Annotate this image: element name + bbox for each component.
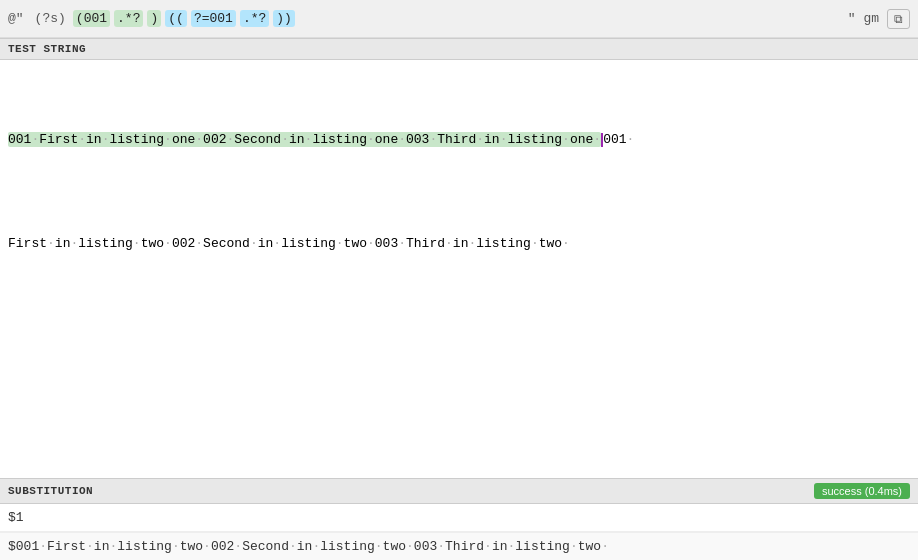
cursor-marker — [601, 133, 603, 147]
substitution-header: SUBSTITUTION success (0.4ms) — [0, 478, 918, 504]
substitution-label: SUBSTITUTION — [8, 485, 93, 497]
test-string-line-1: 001·First·in·listing·one·002·Second·in·l… — [8, 130, 910, 151]
toolbar-right: " gm ⧉ — [848, 9, 910, 29]
copy-button[interactable]: ⧉ — [887, 9, 910, 29]
substitution-result: $001·First·in·listing·two·002·Second·in·… — [0, 532, 918, 560]
regex-group2-quantifier: .*? — [240, 10, 269, 27]
regex-group1-close: ) — [147, 10, 161, 27]
toolbar: @" (?s) (001 .*? ) (( ?=001 .*? )) " gm … — [0, 0, 918, 38]
regex-flags: @" — [8, 11, 24, 26]
substitution-input-area[interactable] — [0, 504, 918, 532]
regex-group2-close: )) — [273, 10, 295, 27]
test-string-area[interactable]: 001·First·in·listing·one·002·Second·in·l… — [0, 60, 918, 478]
success-badge: success (0.4ms) — [814, 483, 910, 499]
substitution-input[interactable] — [8, 510, 910, 525]
regex-group1: (001 — [73, 10, 110, 27]
substitution-result-text: $001·First·in·listing·two·002·Second·in·… — [8, 539, 609, 554]
regex-group2-atomic: ?=001 — [191, 10, 236, 27]
regex-group2-open: (( — [165, 10, 187, 27]
test-string-header: TEST STRING — [0, 38, 918, 60]
match-highlight-1: 001·First·in·listing·one·002·Second·in·l… — [8, 132, 601, 147]
regex-group1-quantifier: .*? — [114, 10, 143, 27]
test-string-line-2: First·in·listing·two·002·Second·in·listi… — [8, 234, 910, 255]
regex-suffix: " gm — [848, 11, 879, 26]
test-string-label: TEST STRING — [8, 43, 86, 55]
regex-group-s: (?s) — [32, 10, 69, 27]
